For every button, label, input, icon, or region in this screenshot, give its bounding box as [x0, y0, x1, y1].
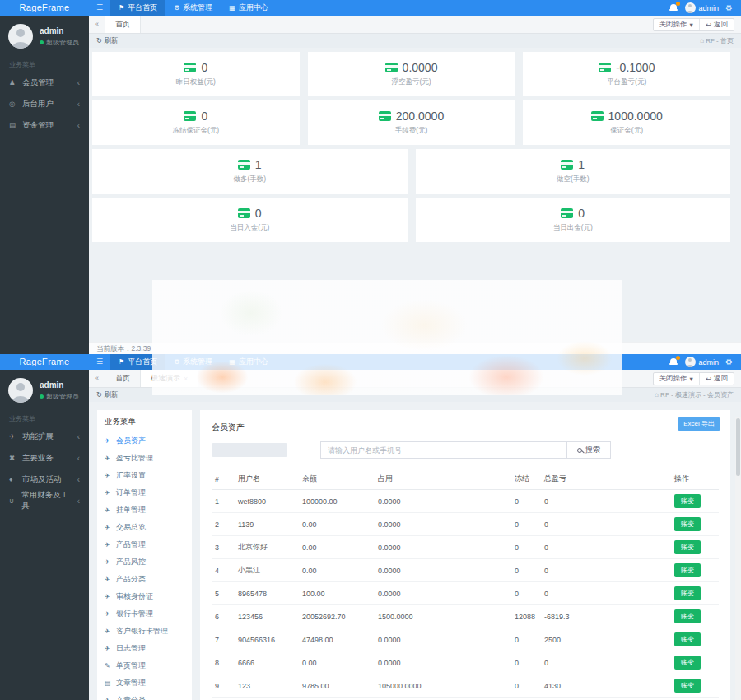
nav-item[interactable]: ⚙系统管理: [165, 0, 221, 16]
stat-value: 0: [578, 207, 585, 220]
stat-card: 1做多(手数): [92, 149, 408, 194]
sidebar-item[interactable]: ▤资金管理‹: [0, 114, 89, 136]
stat-card: -0.1000平台盈亏(元): [523, 52, 730, 96]
stat-label: 做空(手数): [557, 175, 590, 184]
menu-item[interactable]: ✎单页管理: [97, 657, 192, 674]
table-cell: 0.0000: [375, 628, 511, 651]
nav-item[interactable]: ⚑平台首页: [110, 0, 165, 16]
menu-item[interactable]: ✈会员资产: [97, 432, 192, 450]
stat-value: 1: [578, 158, 585, 171]
account-change-button[interactable]: 账变: [674, 632, 701, 646]
table-row: 211390.000.000000账变: [212, 513, 719, 536]
refresh-icon: ↻: [96, 36, 102, 44]
menu-item[interactable]: ▤文章管理: [97, 674, 192, 692]
list-icon: ▤: [105, 679, 112, 687]
nav-user-menu[interactable]: admin: [685, 357, 720, 367]
user-icon: ♟: [9, 78, 17, 86]
back-button[interactable]: ↩返回: [699, 373, 734, 385]
menu-item[interactable]: ✈审核身份证: [97, 588, 192, 605]
stat-value: 1000.0000: [608, 110, 663, 123]
account-change-button[interactable]: 账变: [674, 517, 701, 531]
refresh-button[interactable]: ↻ 刷新: [96, 36, 119, 46]
nav-item[interactable]: ▦应用中心: [221, 0, 277, 16]
sidebar-item[interactable]: ♟会员管理‹: [0, 72, 89, 93]
account-change-button[interactable]: 账变: [674, 494, 701, 508]
avatar: [685, 357, 696, 367]
account-change-button[interactable]: 账变: [674, 540, 701, 554]
menu-item[interactable]: ✈产品管理: [97, 536, 192, 553]
send-icon: ✈: [105, 576, 112, 583]
sidebar-item[interactable]: ✈功能扩展‹: [0, 426, 89, 447]
menu-item[interactable]: ✈客户银行卡管理: [97, 623, 192, 640]
table-cell: 3: [212, 536, 235, 559]
sidebar-item[interactable]: ♦市场及活动‹: [0, 469, 89, 490]
account-change-button[interactable]: 账变: [674, 609, 701, 623]
menu-item[interactable]: ✈盈亏比管理: [97, 450, 192, 467]
notification-bell-icon[interactable]: [669, 3, 678, 12]
settings-gear-icon[interactable]: ⚙: [725, 357, 733, 366]
refresh-button[interactable]: ↻ 刷新: [96, 390, 119, 400]
send-icon: ✈: [105, 697, 112, 700]
stat-label: 冻结保证金(元): [173, 126, 220, 136]
menu-item[interactable]: ✈挂单管理: [97, 502, 192, 519]
scrollbar-thumb[interactable]: [736, 418, 740, 476]
stat-value: -0.1000: [616, 61, 655, 74]
nav-item[interactable]: ⚑平台首页: [110, 354, 165, 370]
send-icon: ✈: [105, 593, 112, 600]
menu-item[interactable]: ✈产品风控: [97, 553, 192, 571]
back-button[interactable]: ↩返回: [699, 19, 734, 30]
panel-title: 会员资产: [212, 422, 245, 432]
tab[interactable]: 首页: [105, 370, 141, 387]
money-card-icon: [379, 111, 391, 121]
sidebar-item[interactable]: ◎后台用户‹: [0, 93, 89, 114]
nav-item[interactable]: ⚙系统管理: [165, 354, 221, 370]
stat-label: 当日出金(元): [553, 223, 593, 233]
search-input[interactable]: [320, 441, 567, 459]
menu-item[interactable]: ✈产品分类: [97, 571, 192, 588]
brand-logo[interactable]: RageFrame: [0, 354, 89, 370]
hamburger-icon[interactable]: ☰: [89, 354, 110, 370]
menu-item[interactable]: ✈银行卡管理: [97, 605, 192, 623]
scrollbar[interactable]: [735, 417, 741, 700]
menu-item[interactable]: ✈汇率设置: [97, 467, 192, 484]
tabs-scroll-left-icon[interactable]: «: [89, 370, 105, 387]
notification-bell-icon[interactable]: [669, 357, 678, 366]
filter-select[interactable]: [212, 443, 287, 457]
gear-icon: ⚙: [174, 0, 179, 16]
close-operations-button[interactable]: 关闭操作▾: [654, 19, 699, 30]
sidebar-item[interactable]: ∪常用财务及工具‹: [0, 490, 89, 511]
open-tabs: 首页: [105, 16, 141, 33]
account-change-button[interactable]: 账变: [674, 563, 701, 577]
account-change-button[interactable]: 账变: [674, 656, 701, 670]
toolbar: ↻ 刷新 ⌂ RF - 极速演示 - 会员资产: [89, 388, 741, 402]
tab[interactable]: 极速演示×: [141, 370, 198, 387]
menu-item[interactable]: ✈订单管理: [97, 484, 192, 502]
search-button[interactable]: 搜索: [567, 441, 611, 459]
menu-item[interactable]: ✈日志管理: [97, 640, 192, 657]
sidebar-user-block[interactable]: admin 超级管理员: [0, 370, 89, 409]
account-change-button[interactable]: 账变: [674, 586, 701, 600]
settings-gear-icon[interactable]: ⚙: [725, 3, 733, 12]
tab[interactable]: 首页: [105, 16, 141, 33]
sidebar-user-block[interactable]: admin 超级管理员: [0, 16, 89, 55]
member-assets-screen: RageFrame ☰ ⚑平台首页⚙系统管理▦应用中心 admin ⚙ admi…: [0, 354, 741, 700]
table-cell: 9: [212, 674, 235, 698]
nav-user-menu[interactable]: admin: [685, 2, 720, 13]
sidebar-item[interactable]: ✖主要业务‹: [0, 447, 89, 469]
sidebar-group-label: 业务菜单: [0, 409, 89, 426]
close-operations-button[interactable]: 关闭操作▾: [654, 373, 699, 385]
table-header-row: #用户名余额占用冻结总盈亏操作: [212, 469, 719, 490]
table-cell: 0.00: [299, 536, 375, 559]
main-column: « 首页极速演示× 关闭操作▾ ↩返回 ↻ 刷新 ⌂ RF - 极速演示 - 会…: [89, 370, 741, 700]
version-text: 当前版本：2.3.39: [96, 344, 151, 352]
menu-item[interactable]: ✈交易总览: [97, 519, 192, 536]
close-icon[interactable]: ×: [184, 375, 188, 383]
excel-export-button[interactable]: Excel 导出: [678, 417, 720, 431]
brand-logo[interactable]: RageFrame: [0, 0, 89, 16]
account-change-button[interactable]: 账变: [674, 679, 701, 693]
tabs-scroll-left-icon[interactable]: «: [89, 16, 105, 33]
nav-item[interactable]: ▦应用中心: [221, 354, 277, 370]
hamburger-icon[interactable]: ☰: [89, 0, 110, 16]
version-bar: 当前版本：2.3.39: [89, 342, 741, 354]
menu-item[interactable]: ✈文章分类: [97, 692, 192, 700]
